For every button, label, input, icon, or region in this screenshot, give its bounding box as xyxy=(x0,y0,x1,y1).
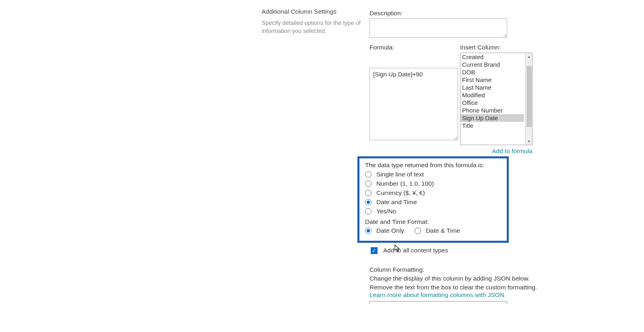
list-option[interactable]: DOB xyxy=(460,68,524,76)
formula-label: Formula: xyxy=(369,44,458,51)
radio-number[interactable] xyxy=(365,180,372,187)
add-to-formula-link[interactable]: Add to formula xyxy=(492,148,533,154)
radio-date-time-label: Date and Time xyxy=(376,199,417,206)
insert-column-listbox[interactable]: CreatedCurrent BrandDOBFirst NameLast Na… xyxy=(460,53,533,145)
radio-number-label: Number (1, 1.0, 100) xyxy=(376,180,434,187)
radio-yes-no[interactable] xyxy=(365,208,372,215)
radio-date-only-label: Date Only xyxy=(376,227,404,234)
radio-currency-label: Currency ($, ¥, €) xyxy=(376,189,425,197)
data-type-label: The data type returned from this formula… xyxy=(365,162,501,169)
list-option[interactable]: Current Brand xyxy=(460,61,524,68)
scrollbar[interactable]: ▲ ▼ xyxy=(525,53,532,145)
description-input[interactable] xyxy=(369,18,507,38)
scroll-up-button[interactable]: ▲ xyxy=(526,53,533,60)
description-label: Description: xyxy=(369,10,559,17)
list-option[interactable]: Phone Number xyxy=(460,107,524,114)
list-option[interactable]: Modified xyxy=(460,91,524,99)
section-description: Specify detailed options for the type of… xyxy=(262,19,362,35)
insert-column-label: Insert Column: xyxy=(460,44,533,51)
column-formatting-text-2: Remove the text from the box to clear th… xyxy=(369,283,559,292)
radio-single-line[interactable] xyxy=(365,171,372,178)
json-input[interactable] xyxy=(369,301,507,304)
list-option[interactable]: Last Name xyxy=(460,84,524,91)
scroll-thumb[interactable] xyxy=(526,66,532,127)
radio-date-only[interactable] xyxy=(365,227,372,234)
section-title: Additional Column Settings xyxy=(262,8,362,15)
radio-currency[interactable] xyxy=(365,190,372,196)
list-option[interactable]: Title xyxy=(460,122,524,129)
radio-yes-no-label: Yes/No xyxy=(376,208,396,215)
column-formatting-learn-more-link[interactable]: Learn more about formatting columns with… xyxy=(369,291,504,298)
scroll-down-button[interactable]: ▼ xyxy=(526,138,533,145)
list-option[interactable]: Office xyxy=(460,99,524,107)
list-option[interactable]: Created xyxy=(460,53,524,61)
add-content-types-label: Add to all content types xyxy=(383,247,448,254)
formula-input[interactable] xyxy=(369,68,458,140)
date-time-format-label: Date and Time Format: xyxy=(365,218,501,225)
radio-date-and-time[interactable] xyxy=(415,227,421,234)
column-formatting-text-1: Change the display of this column by add… xyxy=(369,274,559,283)
column-formatting-title: Column Formatting: xyxy=(369,266,559,273)
list-option[interactable]: First Name xyxy=(460,76,524,84)
radio-date-time[interactable] xyxy=(365,199,372,205)
list-option[interactable]: Sign Up Date xyxy=(460,114,524,122)
radio-date-and-time-label: Date & Time xyxy=(426,227,460,234)
data-type-highlight-box: The data type returned from this formula… xyxy=(357,156,509,243)
add-content-types-checkbox[interactable]: ✓ xyxy=(371,247,378,254)
radio-single-line-label: Single line of text xyxy=(376,171,424,178)
